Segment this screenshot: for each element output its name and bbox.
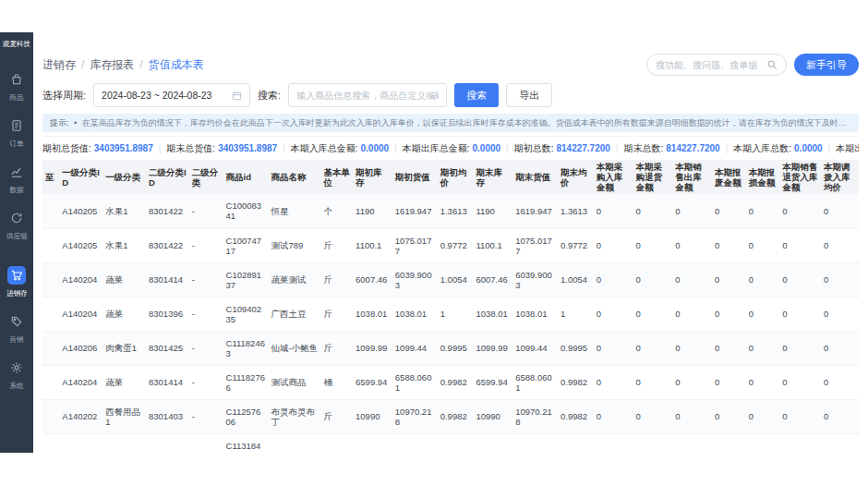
column-header: 二级分类ID xyxy=(146,160,189,194)
table-cell: - xyxy=(189,262,223,297)
column-header: 本期采购入库金额 xyxy=(594,160,633,194)
summary-label: 期末总数: xyxy=(623,142,663,155)
table-cell xyxy=(672,433,712,453)
table-row[interactable]: A140206肉禽蛋18301425-C11182463仙城-小鲍鱼斤1099.… xyxy=(42,331,859,365)
column-header: 期初库存 xyxy=(353,160,392,194)
summary-separator: | xyxy=(283,143,285,153)
table-cell: 0 xyxy=(779,262,821,297)
hint-bullet: • xyxy=(74,118,77,128)
table-cell: 0 xyxy=(594,399,633,433)
sidebar-item-system[interactable]: 系统 xyxy=(0,351,33,397)
column-header: 期末均价 xyxy=(558,160,594,194)
search-button[interactable]: 搜索 xyxy=(454,83,499,107)
table-row[interactable]: C11318458 xyxy=(42,433,859,453)
table-cell xyxy=(512,433,558,453)
summary-value: 0.0000 xyxy=(794,143,823,153)
sidebar-item-orders[interactable]: 订单 xyxy=(0,109,33,155)
table-cell: 西餐用品1 xyxy=(102,399,146,433)
table-cell: 0 xyxy=(779,331,821,365)
table-cell: 1.0054 xyxy=(558,262,594,297)
breadcrumb-item-current: 货值成本表 xyxy=(149,57,204,73)
filter-row: 选择周期: 2024-08-23 ~ 2024-08-23 搜索: 搜索 导出 xyxy=(42,82,859,108)
main-content: 进销存 / 库存报表 / 货值成本表 新手引导 选择周期: 202 xyxy=(33,32,868,453)
table-cell: 8301425 xyxy=(146,331,189,365)
export-button[interactable]: 导出 xyxy=(506,83,552,107)
table-cell: 1.3613 xyxy=(438,194,474,228)
table-row[interactable]: A140204蔬菜8301414-C11182766测试商品桶6599.9465… xyxy=(42,365,859,399)
breadcrumb-item[interactable]: 进销存 xyxy=(42,57,76,73)
topbar-right: 新手引导 xyxy=(646,54,859,76)
table-cell: 6599.94 xyxy=(353,365,392,399)
table-cell: 1038.01 xyxy=(512,297,558,331)
product-search[interactable] xyxy=(288,83,447,107)
breadcrumb-item[interactable]: 库存报表 xyxy=(90,57,134,73)
orders-icon xyxy=(7,116,26,135)
row-select-cell xyxy=(42,228,59,262)
column-header: 商品名称 xyxy=(268,160,320,194)
table-cell xyxy=(594,433,633,453)
sidebar-item-data[interactable]: 数据 xyxy=(0,155,33,201)
table-row[interactable]: A140205水果18301422-C10008341恒星个11901619.9… xyxy=(42,194,859,228)
table-cell: 0 xyxy=(633,297,672,331)
table-cell: 0 xyxy=(672,399,712,433)
summary-value: 814227.7200 xyxy=(556,143,609,153)
table-cell xyxy=(268,433,320,453)
hint-text: 在某商品库存为负的情况下，库存均价会在此商品下一次入库时更新为此次入库的入库单价… xyxy=(82,118,859,128)
summary-label: 期初总数: xyxy=(514,142,554,155)
table-cell: 测试商品 xyxy=(268,365,320,399)
table-cell: 0 xyxy=(746,365,780,399)
table-cell: 1099.99 xyxy=(473,331,512,365)
table-cell xyxy=(392,433,438,453)
table-row[interactable]: A140202西餐用品18301403-C11257606布灵布灵布丁斤1099… xyxy=(42,399,859,433)
table-cell: A140206 xyxy=(59,331,102,365)
table-cell: 0 xyxy=(594,194,633,228)
table-row[interactable]: A140204蔬菜8301396-C10940235广西土豆斤1038.0110… xyxy=(42,297,859,331)
table-cell xyxy=(320,433,353,453)
summary-label: 本期出库总金额: xyxy=(403,142,470,155)
date-range-picker[interactable]: 2024-08-23 ~ 2024-08-23 xyxy=(93,83,250,107)
sidebar-item-label: 进销存 xyxy=(6,288,28,298)
table-cell: 1099.44 xyxy=(392,331,438,365)
search-icon xyxy=(766,59,778,70)
summary-separator: | xyxy=(159,143,162,153)
table-cell: 0 xyxy=(633,262,672,297)
table-cell: C11182463 xyxy=(223,331,269,365)
global-search-input[interactable] xyxy=(656,60,766,70)
select-all-header[interactable]: 至 xyxy=(42,160,59,194)
summary-label: 期初总货值: xyxy=(42,142,91,155)
column-header: 本期报损金额 xyxy=(746,160,780,194)
table-cell: 0.9772 xyxy=(558,228,594,262)
row-select-cell xyxy=(42,433,59,453)
table-cell: 10990 xyxy=(473,399,512,433)
table-header-row: 至一级分类ID一级分类二级分类ID二级分类商品id商品名称基本单位期初库存期初货… xyxy=(42,160,859,194)
table-cell: 0.9772 xyxy=(438,228,474,262)
sidebar-item-goods[interactable]: 商品 xyxy=(0,63,33,109)
table-cell: 0 xyxy=(821,331,859,365)
table-cell: 1100.1 xyxy=(353,228,392,262)
table-cell: 8301414 xyxy=(146,262,189,297)
column-header: 期初货值 xyxy=(392,160,438,194)
guide-button[interactable]: 新手引导 xyxy=(794,54,859,76)
product-search-input[interactable] xyxy=(296,91,439,101)
table-row[interactable]: A140204蔬菜8301414-C10289137蔬菜测试斤6007.4660… xyxy=(42,262,859,297)
table-row[interactable]: A140205水果18301422-C10074717测试789斤1100.11… xyxy=(42,228,859,262)
table-cell: 0 xyxy=(594,365,633,399)
table-cell: 0 xyxy=(821,365,859,399)
table-cell: 10970.218 xyxy=(512,399,558,433)
table-cell: 8301403 xyxy=(146,399,189,433)
table-head: 至一级分类ID一级分类二级分类ID二级分类商品id商品名称基本单位期初库存期初货… xyxy=(42,160,859,194)
sidebar-item-inventory[interactable]: 进销存 xyxy=(0,259,33,305)
table-cell: 桶 xyxy=(320,365,353,399)
summary-label: 本期入库总金额: xyxy=(291,142,358,155)
sidebar-item-supply-chain[interactable]: 供应链 xyxy=(0,201,33,248)
table-cell: 0 xyxy=(779,399,821,433)
summary-separator: | xyxy=(394,143,397,153)
table-cell: C10289137 xyxy=(223,262,269,297)
table-cell: 0 xyxy=(712,365,746,399)
summary-item: 本期入库总数:0.0000 xyxy=(733,142,822,155)
table-cell: 0 xyxy=(821,194,859,228)
table-cell: 0 xyxy=(712,194,746,228)
global-search[interactable] xyxy=(646,54,787,76)
sidebar-item-marketing[interactable]: 营销 xyxy=(0,305,33,351)
table-cell xyxy=(746,433,780,453)
